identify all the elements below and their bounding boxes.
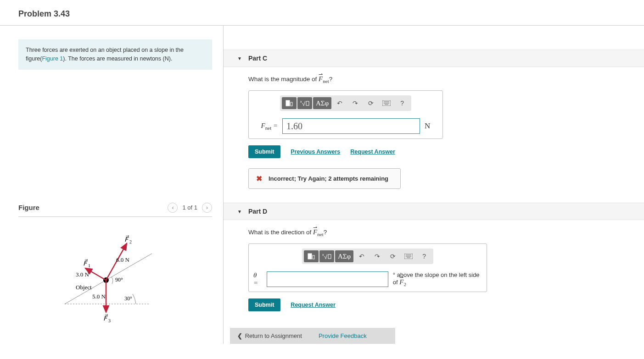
svg-rect-31 [328,254,331,259]
reset-button[interactable]: ⟳ [386,250,400,262]
fnet-lhs: Fnet = [261,122,278,131]
part-c-feedback: ✖ Incorrect; Try Again; 2 attempts remai… [248,168,401,189]
template-icon [286,100,293,106]
svg-text:F⃗: F⃗ [103,314,108,322]
template-button[interactable] [304,250,319,262]
svg-rect-19 [291,102,292,106]
return-to-assignment-link[interactable]: ❮ Return to Assignment [237,332,302,339]
part-c-question: What is the magnitude of ⇀Fnet? [248,75,630,84]
incorrect-icon: ✖ [256,174,262,183]
svg-text:√: √ [324,254,328,260]
figure-body: F⃗ 2 F⃗ 1 F⃗ 3 6.0 N 3.0 N 5.0 N 90° 30°… [18,217,212,327]
figure-counter: 1 of 1 [182,204,197,211]
svg-rect-27 [308,254,312,259]
caret-down-icon: ▼ [237,56,242,61]
svg-rect-28 [313,255,314,259]
left-column: Three forces are exerted on an object pl… [0,26,224,344]
figure-heading: Figure [18,204,39,211]
right-column: ▼ Part C What is the magnitude of ⇀Fnet?… [224,26,644,344]
root-icon: x√ [300,100,309,106]
svg-text:6.0 N: 6.0 N [116,256,130,263]
part-d-question: What is the direction of ⇀Fnet? [248,228,630,237]
template-button[interactable] [282,97,297,109]
feedback-text: Incorrect; Try Again; 2 attempts remaini… [269,175,388,182]
part-d-answer-box: x√ ΑΣφ ↶ ↷ ⟳ ? θ = ° above the slope on … [248,243,487,292]
keyboard-icon [382,100,391,106]
svg-text:F⃗: F⃗ [124,235,129,243]
reset-button[interactable]: ⟳ [364,97,378,109]
caret-down-icon: ▼ [237,209,242,214]
q-sub: net [317,232,323,237]
help-button[interactable]: ? [417,250,431,262]
part-c-answer-box: x√ ΑΣφ ↶ ↷ ⟳ ? Fnet = N [248,90,443,139]
greek-button[interactable]: ΑΣφ [335,250,353,262]
svg-text:1: 1 [88,263,90,268]
part-d-answer-input[interactable] [267,271,388,287]
chevron-left-icon: ❮ [237,332,242,339]
part-d-unit: ° above the slope on the left side of ⇀F… [393,271,482,287]
part-d-title: Part D [248,208,267,215]
svg-text:30°: 30° [124,295,132,302]
previous-answers-link[interactable]: Previous Answers [291,149,340,155]
q-text2: ? [324,229,327,236]
template-icon [308,253,315,260]
svg-text:2: 2 [129,239,132,244]
part-c-answer-input[interactable] [282,118,420,134]
part-d-submit-button[interactable]: Submit [248,298,280,311]
svg-text:3: 3 [108,318,111,323]
q-text: What is the magnitude of [248,76,319,83]
equation-toolbar: x√ ΑΣφ ↶ ↷ ⟳ ? [280,95,411,111]
undo-button[interactable]: ↶ [354,250,369,262]
q-sub: net [323,78,329,84]
part-c-header[interactable]: ▼ Part C [224,50,644,67]
keyboard-button[interactable] [379,97,394,109]
equation-toolbar: x√ ΑΣφ ↶ ↷ ⟳ ? [302,249,433,264]
prompt-text-after: ). The forces are measured in newtons (N… [63,55,172,62]
figure-nav: ‹ 1 of 1 › [168,203,212,213]
svg-rect-22 [306,101,309,105]
bottom-bar: ❮ Return to Assignment Provide Feedback [230,328,395,344]
redo-button[interactable]: ↷ [370,250,385,262]
figure-diagram: F⃗ 2 F⃗ 1 F⃗ 3 6.0 N 3.0 N 5.0 N 90° 30°… [60,235,170,327]
keyboard-icon [404,254,413,259]
svg-text:Object: Object [76,284,92,291]
request-answer-link[interactable]: Request Answer [350,149,395,155]
undo-button[interactable]: ↶ [332,97,347,109]
theta-lhs: θ = [253,271,262,287]
page-title: Problem 3.43 [0,0,644,26]
root-icon: x√ [322,253,331,260]
help-button[interactable]: ? [395,97,409,109]
figure-link[interactable]: Figure 1 [42,55,63,62]
svg-text:F⃗: F⃗ [83,259,88,267]
request-answer-link[interactable]: Request Answer [291,302,335,308]
problem-prompt: Three forces are exerted on an object pl… [18,39,212,70]
greek-button[interactable]: ΑΣφ [313,97,331,109]
svg-text:90°: 90° [115,276,123,283]
q-text: What is the direction of [248,229,313,236]
part-d-header[interactable]: ▼ Part D [224,203,644,220]
part-c-title: Part C [248,55,267,62]
root-button[interactable]: x√ [319,250,334,262]
part-c-submit-button[interactable]: Submit [248,145,280,158]
keyboard-button[interactable] [401,250,416,262]
svg-text:3.0 N: 3.0 N [76,271,90,278]
svg-text:√: √ [302,100,306,106]
svg-rect-18 [286,100,290,106]
provide-feedback-link[interactable]: Provide Feedback [319,332,367,339]
redo-button[interactable]: ↷ [348,97,363,109]
q-text2: ? [329,76,333,83]
part-c-unit: N [425,122,430,131]
svg-text:5.0 N: 5.0 N [92,293,106,300]
figure-next-button[interactable]: › [202,203,212,213]
root-button[interactable]: x√ [297,97,312,109]
figure-prev-button[interactable]: ‹ [168,203,178,213]
